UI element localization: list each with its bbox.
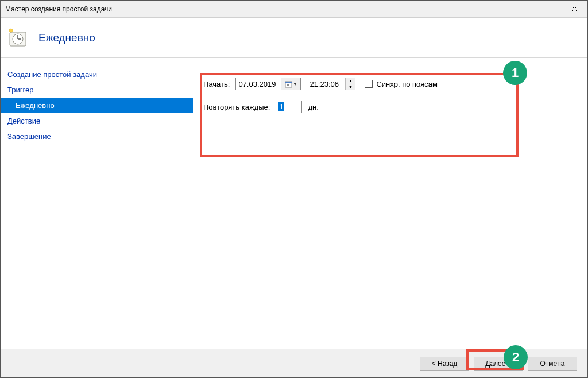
repeat-days-input[interactable]: 1	[276, 101, 302, 113]
svg-rect-9	[287, 84, 288, 86]
chevron-down-icon: ▼	[293, 82, 297, 87]
sidebar-item-trigger[interactable]: Триггер	[1, 82, 193, 98]
sidebar-item-daily[interactable]: Ежедневно	[1, 98, 193, 113]
svg-rect-10	[288, 84, 289, 86]
scheduler-clock-icon	[7, 28, 28, 48]
sidebar-item-finish[interactable]: Завершение	[1, 129, 193, 144]
calendar-icon	[285, 80, 292, 88]
wizard-steps-sidebar: Создание простой задачи Триггер Ежедневн…	[1, 58, 193, 349]
sidebar-item-create-task[interactable]: Создание простой задачи	[1, 67, 193, 82]
wizard-content: Начать: ▼	[193, 58, 587, 349]
start-label: Начать:	[203, 80, 230, 88]
sync-timezones-checkbox[interactable]: Синхр. по поясам	[365, 80, 438, 88]
sidebar-item-action[interactable]: Действие	[1, 113, 193, 129]
checkbox-box[interactable]	[365, 80, 373, 88]
repeat-label: Повторять каждые:	[203, 103, 270, 111]
date-input[interactable]	[236, 78, 281, 90]
svg-marker-6	[9, 29, 13, 32]
time-input[interactable]	[307, 78, 345, 90]
wizard-body: Создание простой задачи Триггер Ежедневн…	[1, 58, 587, 349]
time-picker[interactable]: ▲ ▼	[307, 78, 355, 90]
repeat-unit: дн.	[308, 103, 318, 111]
close-icon	[571, 6, 578, 12]
date-picker[interactable]: ▼	[235, 78, 301, 90]
window-title: Мастер создания простой задачи	[5, 5, 562, 13]
sync-label: Синхр. по поясам	[376, 80, 438, 88]
close-button[interactable]	[562, 1, 587, 18]
wizard-header: Ежедневно	[1, 18, 587, 58]
spinner-up-icon[interactable]: ▲	[346, 78, 355, 84]
annotation-badge-1: 1	[503, 61, 527, 85]
wizard-footer: < Назад Далее > Отмена	[1, 349, 587, 377]
cancel-button[interactable]: Отмена	[528, 357, 577, 371]
titlebar: Мастер создания простой задачи	[1, 1, 587, 18]
time-spinner[interactable]: ▲ ▼	[345, 78, 355, 90]
page-title: Ежедневно	[38, 32, 95, 44]
back-button[interactable]: < Назад	[420, 357, 469, 371]
date-dropdown-button[interactable]: ▼	[281, 78, 300, 90]
annotation-badge-2: 2	[504, 345, 528, 369]
svg-rect-8	[285, 82, 292, 83]
wizard-dialog: Мастер создания простой задачи Ежедневно…	[0, 0, 588, 378]
spinner-down-icon[interactable]: ▼	[346, 84, 355, 90]
